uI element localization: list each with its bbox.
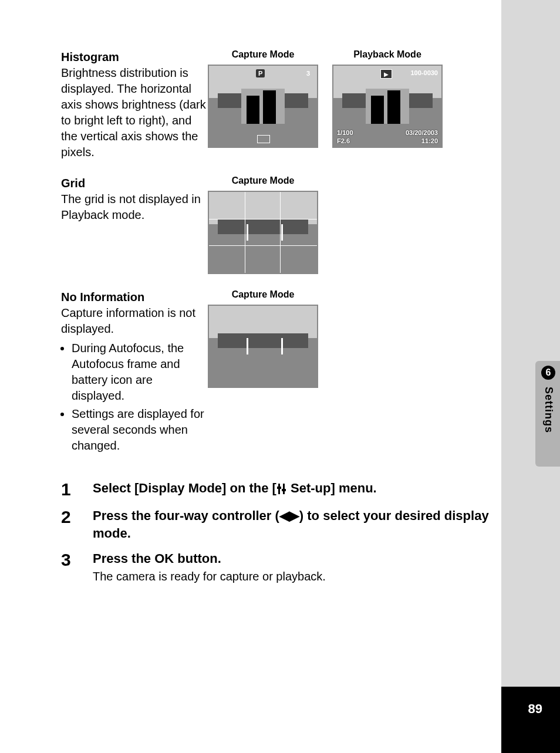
step-3: 3 Press the OK button. The camera is rea… [61, 550, 495, 583]
histogram-playback-label: Playback Mode [353, 49, 421, 60]
histogram-heading: Histogram [61, 49, 208, 65]
chapter-tab: 6 Settings [535, 361, 560, 467]
grid-body: The grid is not displayed in Playback mo… [61, 191, 208, 223]
step-number: 1 [61, 480, 93, 499]
capture-date: 03/20/2003 [406, 129, 438, 136]
step-2: 2 Press the four-way controller (◀▶) to … [61, 507, 495, 542]
step-1: 1 Select [Display Mode] on the [ Set-up]… [61, 480, 495, 499]
section-no-information: No Information Capture information is no… [61, 289, 495, 456]
svg-rect-3 [282, 489, 286, 491]
section-histogram: Histogram Brightness distribution is dis… [61, 49, 495, 160]
capture-time: 11:20 [421, 137, 438, 144]
page-footer-block [501, 687, 560, 753]
grid-line-icon [209, 219, 317, 220]
procedure-steps: 1 Select [Display Mode] on the [ Set-up]… [61, 480, 495, 583]
noinfo-capture-screen [208, 305, 318, 388]
histogram-overlay-icon [241, 89, 285, 124]
grid-capture-screen [208, 191, 318, 274]
noinfo-heading: No Information [61, 289, 208, 305]
playback-mode-icon: ▶ [380, 69, 392, 79]
section-grid: Grid The grid is not displayed in Playba… [61, 175, 495, 274]
mode-badge-icon: P [256, 69, 265, 77]
setup-menu-icon [276, 483, 287, 495]
grid-capture-label: Capture Mode [232, 175, 295, 186]
shutter-speed: 1/100 [337, 129, 353, 136]
histogram-capture-label: Capture Mode [232, 49, 295, 60]
grid-line-icon [280, 192, 281, 273]
histogram-playback-screen: ▶ 100-0030 1/100 F2.6 03/20/2003 11:20 [332, 65, 443, 148]
step-3-title: Press the OK button. [93, 550, 495, 568]
folder-file-number: 100-0030 [411, 69, 438, 76]
svg-rect-1 [277, 487, 281, 489]
histogram-overlay-icon [366, 89, 409, 124]
battery-icon [257, 135, 270, 143]
step-3-description: The camera is ready for capture or playb… [93, 570, 495, 583]
grid-heading: Grid [61, 175, 208, 191]
shots-remaining: 3 [304, 69, 312, 77]
grid-line-icon [209, 245, 317, 246]
step-2-title: Press the four-way controller (◀▶) to se… [93, 507, 495, 542]
chapter-label: Settings [542, 387, 555, 433]
step-1-title: Select [Display Mode] on the [ Set-up] m… [93, 480, 495, 497]
step-number: 2 [61, 507, 93, 542]
grid-line-icon [245, 192, 245, 273]
page-number: 89 [528, 701, 542, 717]
noinfo-bullet: Settings are displayed for several secon… [72, 406, 208, 454]
step-number: 3 [61, 550, 93, 583]
chapter-number-badge: 6 [541, 366, 555, 380]
autofocus-frame-icon [247, 338, 282, 354]
autofocus-frame-icon [247, 224, 282, 241]
noinfo-body: Capture information is not displayed. [61, 305, 208, 337]
noinfo-bullet: During Autofocus, the Autofocus frame an… [72, 340, 208, 404]
aperture-value: F2.6 [337, 137, 350, 144]
histogram-capture-screen: P 3 [208, 65, 318, 148]
histogram-body: Brightness distribution is displayed. Th… [61, 65, 208, 160]
noinfo-capture-label: Capture Mode [232, 289, 295, 300]
